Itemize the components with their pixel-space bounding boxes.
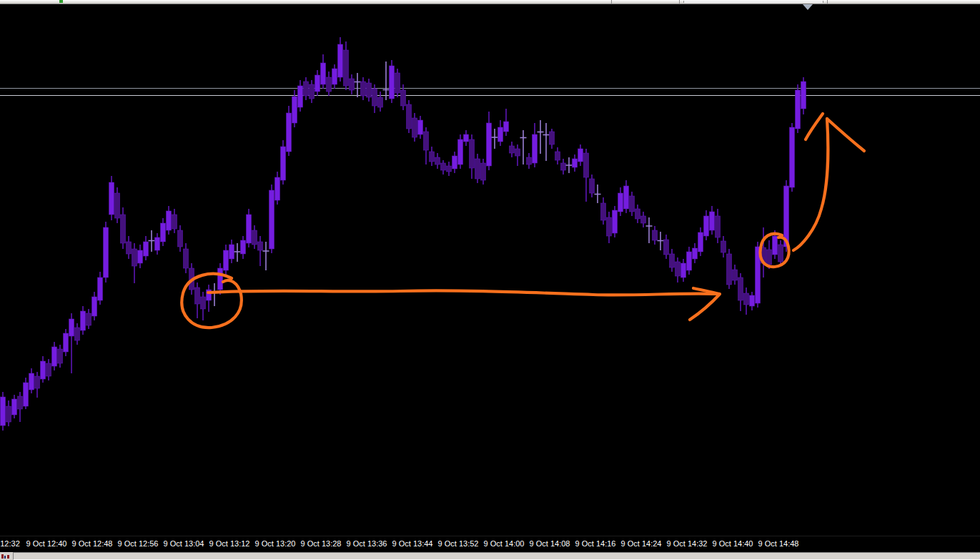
candle-body xyxy=(452,156,457,169)
candle-body xyxy=(790,127,795,187)
candle-body xyxy=(618,193,623,212)
chart-tab-icon[interactable] xyxy=(1,553,11,559)
candle-body xyxy=(767,250,772,265)
candle-body xyxy=(109,182,114,215)
candle-body xyxy=(675,262,680,276)
candle-body xyxy=(224,250,229,270)
trading-platform-window: 12:329 Oct 12:409 Oct 12:489 Oct 12:569 … xyxy=(0,0,980,560)
candle-body xyxy=(241,240,246,254)
annotation-circle-left[interactable] xyxy=(182,274,242,328)
candle-body xyxy=(121,215,126,243)
candle-body xyxy=(69,319,74,336)
status-bar xyxy=(0,552,980,560)
candle-body xyxy=(138,250,143,263)
candle-body xyxy=(481,163,486,180)
candle-body xyxy=(515,149,520,156)
candle-body xyxy=(321,63,326,84)
time-axis-label: 9 Oct 13:12 xyxy=(209,539,250,548)
candle-body xyxy=(630,196,635,212)
candle-body xyxy=(367,83,372,97)
candle-body xyxy=(35,376,40,388)
price-lines-layer xyxy=(0,89,980,96)
candle-body xyxy=(687,252,692,270)
time-axis-label: 9 Oct 13:44 xyxy=(392,539,433,548)
candle-body xyxy=(247,215,252,243)
toolbar-green-indicator xyxy=(59,0,63,3)
candle-body xyxy=(653,230,658,240)
candle-body xyxy=(304,82,309,96)
time-axis-label: 9 Oct 13:28 xyxy=(301,539,342,548)
candle-body xyxy=(447,166,452,172)
candle-body xyxy=(698,232,703,252)
candle-body xyxy=(470,139,475,168)
candle-body xyxy=(561,163,566,170)
candle-body xyxy=(607,217,612,236)
candle-body xyxy=(350,79,355,90)
candle-body xyxy=(527,157,532,164)
annotation-up-arrow-overtip[interactable] xyxy=(827,119,864,151)
time-axis-label: 12:32 xyxy=(0,539,20,548)
candle-body xyxy=(550,132,555,144)
candle-body xyxy=(716,216,721,237)
candle-body xyxy=(258,242,263,250)
candle-body xyxy=(229,245,234,259)
candle-body xyxy=(310,84,315,99)
candle-body xyxy=(418,120,423,134)
candle-body xyxy=(184,249,189,268)
candle-body xyxy=(704,216,709,236)
candle-body xyxy=(344,50,349,86)
candle-body xyxy=(144,242,149,256)
candle-body xyxy=(573,159,578,167)
candle-body xyxy=(6,406,11,422)
candle-body xyxy=(458,139,463,164)
time-axis[interactable]: 12:329 Oct 12:409 Oct 12:489 Oct 12:569 … xyxy=(0,536,980,553)
time-axis-label: 9 Oct 14:08 xyxy=(530,539,570,548)
candle-body xyxy=(281,147,286,180)
time-axis-label: 9 Oct 13:20 xyxy=(255,539,296,548)
candle-body xyxy=(744,293,749,305)
candle-body xyxy=(18,396,23,409)
candle-body xyxy=(555,152,560,160)
candle-body xyxy=(475,159,480,179)
candle-body xyxy=(252,230,257,245)
candle-body xyxy=(670,254,675,267)
candle-body xyxy=(613,210,618,233)
time-axis-label: 9 Oct 14:16 xyxy=(575,539,616,548)
candle-body xyxy=(681,263,686,277)
candle-body xyxy=(721,241,726,252)
candle-body xyxy=(464,134,469,142)
time-axis-label: 9 Oct 14:00 xyxy=(484,539,525,548)
candle-body xyxy=(372,89,377,106)
candle-body xyxy=(664,240,669,255)
candle-body xyxy=(98,277,103,300)
candle-body xyxy=(338,44,343,77)
candle-body xyxy=(86,313,91,325)
toolbar-inset-field xyxy=(683,1,823,3)
candle-body xyxy=(46,363,51,376)
candle-body xyxy=(218,268,223,290)
candle-body xyxy=(778,245,783,262)
chart-shift-marker-icon[interactable] xyxy=(803,4,813,10)
annotation-up-arrow-body[interactable] xyxy=(793,119,828,250)
candle-body xyxy=(733,270,738,280)
candle-body xyxy=(590,179,595,193)
time-axis-label: 9 Oct 13:52 xyxy=(438,539,479,548)
annotation-long-arrow-body[interactable] xyxy=(208,290,718,295)
candlestick-chart[interactable] xyxy=(0,4,980,536)
candle-body xyxy=(24,383,29,406)
candle-body xyxy=(12,399,17,415)
candle-body xyxy=(401,90,406,106)
status-field xyxy=(13,552,980,560)
annotation-up-arrow-barb[interactable] xyxy=(806,114,823,139)
candle-body xyxy=(178,230,183,247)
candle-body xyxy=(378,97,383,107)
candle-body xyxy=(498,127,503,142)
candle-body xyxy=(52,347,57,366)
candle-body xyxy=(738,277,743,300)
candle-body xyxy=(441,163,446,170)
candle-body xyxy=(92,297,97,316)
candle-body xyxy=(435,157,440,164)
time-axis-label: 9 Oct 14:48 xyxy=(758,539,799,548)
candle-body xyxy=(578,149,583,162)
candle-body xyxy=(161,223,166,242)
